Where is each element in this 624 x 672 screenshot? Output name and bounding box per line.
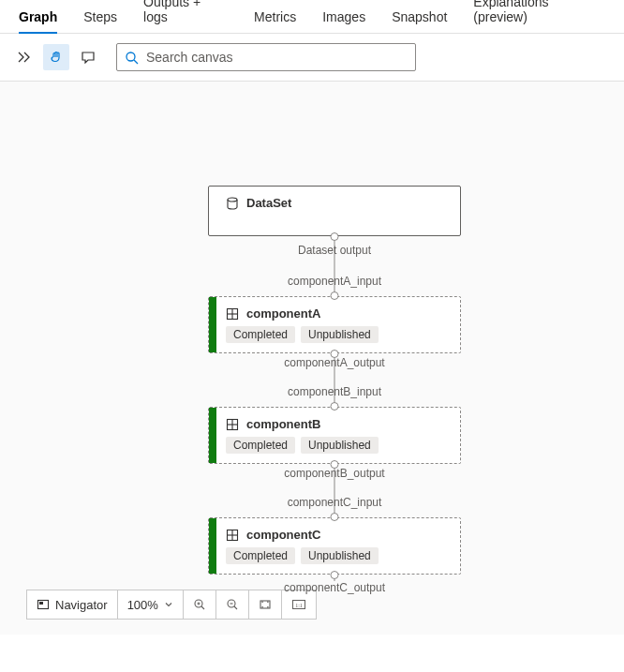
one-to-one-icon: 1:1 xyxy=(291,598,306,611)
node-component-b[interactable]: componentB Completed Unpublished xyxy=(208,407,461,464)
svg-point-2 xyxy=(228,198,237,202)
chevrons-right-icon xyxy=(17,51,32,64)
svg-line-19 xyxy=(234,606,237,609)
edge-label-c-input: componentC_input xyxy=(288,496,382,509)
tab-graph[interactable]: Graph xyxy=(19,2,57,33)
navigator-button[interactable]: Navigator xyxy=(27,590,118,619)
edge-label-b-output: componentB_output xyxy=(284,467,384,480)
zoom-in-icon xyxy=(193,598,206,611)
fit-screen-icon xyxy=(259,598,272,611)
svg-text:1:1: 1:1 xyxy=(295,603,303,608)
publish-badge: Unpublished xyxy=(301,437,379,454)
zoom-in-button[interactable] xyxy=(184,590,216,619)
tab-snapshot[interactable]: Snapshot xyxy=(392,2,447,33)
edge-label-c-output: componentC_output xyxy=(284,581,385,594)
data-icon xyxy=(226,197,239,210)
node-dataset[interactable]: DataSet xyxy=(208,186,461,236)
edge-label-dataset-output: Dataset output xyxy=(298,244,371,257)
zoom-level[interactable]: 100% xyxy=(118,590,184,619)
pan-tool-button[interactable] xyxy=(43,44,69,70)
comment-tool-button[interactable] xyxy=(75,44,101,70)
tab-metrics[interactable]: Metrics xyxy=(254,2,296,33)
zoom-value: 100% xyxy=(127,598,158,612)
port-in[interactable] xyxy=(331,513,339,521)
tab-explanations[interactable]: Explanations (preview) xyxy=(473,0,605,33)
component-icon xyxy=(226,307,239,321)
zoom-out-icon xyxy=(226,598,239,611)
status-badge: Completed xyxy=(226,326,295,343)
status-badge: Completed xyxy=(226,437,295,454)
edge-label-a-input: componentA_input xyxy=(288,275,381,288)
svg-line-1 xyxy=(134,60,138,64)
node-component-c[interactable]: componentC Completed Unpublished xyxy=(208,517,461,575)
port-in[interactable] xyxy=(331,291,339,300)
port-out[interactable] xyxy=(331,232,339,241)
node-component-a[interactable]: componentA Completed Unpublished xyxy=(208,296,461,353)
port-in[interactable] xyxy=(331,402,339,411)
node-title-text: componentC xyxy=(246,528,320,542)
search-icon xyxy=(125,51,139,65)
canvas-toolbar xyxy=(0,34,624,82)
expand-panel-button[interactable] xyxy=(11,44,37,70)
edge-label-a-output: componentA_output xyxy=(284,356,384,369)
graph-canvas[interactable]: DataSet Dataset output componentA_input … xyxy=(0,82,624,635)
component-icon xyxy=(226,418,239,431)
fit-screen-button[interactable] xyxy=(249,590,282,619)
navigator-label: Navigator xyxy=(55,598,108,612)
canvas-footer: Navigator 100% xyxy=(26,590,317,620)
node-title-text: componentB xyxy=(246,417,320,431)
edge-label-b-input: componentB_input xyxy=(288,385,381,398)
tabs-bar: Graph Steps Outputs + logs Metrics Image… xyxy=(0,0,624,34)
tab-steps[interactable]: Steps xyxy=(83,2,117,33)
comment-icon xyxy=(81,51,96,64)
zoom-out-button[interactable] xyxy=(216,590,249,619)
svg-rect-13 xyxy=(39,602,43,605)
search-canvas[interactable] xyxy=(116,43,416,71)
navigator-icon xyxy=(37,598,50,611)
tab-outputs-logs[interactable]: Outputs + logs xyxy=(143,0,228,33)
publish-badge: Unpublished xyxy=(301,326,379,343)
hand-icon xyxy=(49,50,64,65)
node-title-text: DataSet xyxy=(246,196,291,210)
tab-images[interactable]: Images xyxy=(322,2,365,33)
port-out[interactable] xyxy=(331,571,339,579)
actual-size-button[interactable]: 1:1 xyxy=(282,590,316,619)
search-input[interactable] xyxy=(144,49,408,66)
publish-badge: Unpublished xyxy=(301,547,379,564)
svg-line-15 xyxy=(201,606,204,609)
chevron-down-icon xyxy=(164,600,173,609)
component-icon xyxy=(226,529,239,542)
svg-point-0 xyxy=(126,52,135,61)
node-title-text: componentA xyxy=(246,306,320,321)
status-badge: Completed xyxy=(226,547,295,564)
